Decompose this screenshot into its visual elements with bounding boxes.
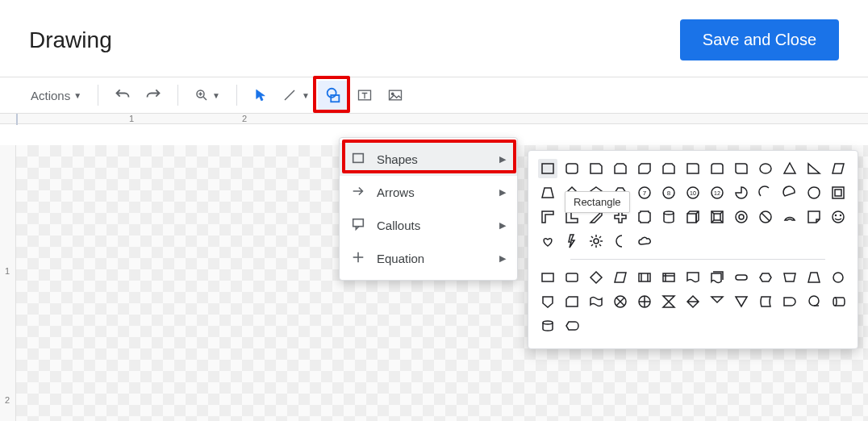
shape-bevel[interactable] <box>707 207 727 227</box>
shape-triangle[interactable] <box>780 159 799 178</box>
shape-flowchart-extract[interactable] <box>707 292 727 311</box>
shape-flowchart-magnetic-disk[interactable] <box>828 292 848 311</box>
redo-button[interactable] <box>139 81 168 110</box>
shape-teardrop[interactable] <box>804 183 824 202</box>
shape-right-triangle[interactable] <box>804 159 824 178</box>
menu-item-callouts[interactable]: Callouts ▶ <box>340 209 517 242</box>
shape-snip-same-side[interactable] <box>611 159 630 178</box>
save-and-close-button[interactable]: Save and Close <box>680 19 839 60</box>
shape-flowchart-collate[interactable] <box>659 292 678 311</box>
shape-rectangle[interactable] <box>538 159 557 178</box>
shape-tool-button[interactable] <box>318 81 348 110</box>
shape-flowchart-sequential[interactable] <box>804 292 824 311</box>
shape-flowchart-manual-input[interactable] <box>780 268 799 287</box>
svg-text:8: 8 <box>667 190 671 197</box>
shape-flowchart-manual-op[interactable] <box>804 268 824 287</box>
shape-flowchart-offpage[interactable] <box>538 292 557 311</box>
shape-flowchart-card[interactable] <box>562 292 582 311</box>
submenu-arrow-icon: ▶ <box>499 154 506 165</box>
shape-parallelogram[interactable] <box>828 159 848 178</box>
svg-rect-53 <box>639 273 650 281</box>
shape-rounded-rectangle[interactable] <box>562 159 582 178</box>
shape-flowchart-internal-storage[interactable] <box>659 268 678 287</box>
svg-rect-51 <box>542 273 553 281</box>
shape-flowchart-connector[interactable] <box>828 268 848 287</box>
select-tool-button[interactable] <box>247 81 274 110</box>
shape-flowchart-predefined[interactable] <box>635 268 654 287</box>
ruler-horizontal: 1 2 <box>0 113 868 124</box>
shape-flowchart-summing[interactable] <box>611 292 630 311</box>
shape-cube[interactable] <box>683 207 703 227</box>
shape-heptagon[interactable]: 7 <box>635 183 654 202</box>
shape-block-arc[interactable] <box>780 207 799 227</box>
shape-oval[interactable] <box>756 159 775 178</box>
shape-folded-corner[interactable] <box>804 207 824 227</box>
shape-dodecagon[interactable]: 12 <box>707 183 727 202</box>
svg-rect-14 <box>542 164 553 173</box>
shape-moon[interactable] <box>611 231 630 251</box>
shape-round-single-corner[interactable] <box>683 159 703 178</box>
shape-flowchart-display[interactable] <box>562 316 582 336</box>
shape-flowchart-preparation[interactable] <box>756 268 775 287</box>
svg-rect-10 <box>353 154 364 163</box>
shape-can[interactable] <box>659 207 678 227</box>
shape-decagon[interactable]: 10 <box>683 183 703 202</box>
shape-cloud[interactable] <box>635 231 654 251</box>
shape-flowchart-terminator[interactable] <box>732 268 751 287</box>
shape-flowchart-tape[interactable] <box>586 292 606 311</box>
svg-line-50 <box>599 236 601 238</box>
shape-flowchart-decision[interactable] <box>586 268 606 287</box>
textbox-tool-button[interactable] <box>350 81 379 110</box>
shape-half-frame[interactable] <box>538 207 557 227</box>
toolbar-separator <box>98 85 98 106</box>
shape-lightning-bolt[interactable] <box>562 231 582 251</box>
svg-text:7: 7 <box>643 190 647 197</box>
shape-sun[interactable] <box>586 231 606 251</box>
shape-no-symbol[interactable] <box>756 207 775 227</box>
shape-flowchart-process[interactable] <box>538 268 557 287</box>
actions-menu-button[interactable]: Actions ▼ <box>24 81 88 110</box>
menu-item-shapes[interactable]: Shapes ▶ <box>340 143 517 176</box>
shape-snip-round-single[interactable] <box>659 159 678 178</box>
shape-octagon[interactable]: 8 <box>659 183 678 202</box>
shape-flowchart-delay[interactable] <box>780 292 799 311</box>
shape-snip-diagonal[interactable] <box>635 159 654 178</box>
shape-trapezoid[interactable] <box>538 183 557 202</box>
shape-snip-single-corner[interactable] <box>586 159 606 178</box>
svg-rect-59 <box>736 275 747 280</box>
line-tool-button[interactable]: ▼ <box>276 81 316 110</box>
rectangle-icon <box>351 151 365 168</box>
shape-donut[interactable] <box>732 207 751 227</box>
menu-item-arrows[interactable]: Arrows ▶ <box>340 176 517 209</box>
shape-flowchart-alternate[interactable] <box>562 268 582 287</box>
callout-icon <box>351 217 365 234</box>
shape-smiley[interactable] <box>828 207 848 227</box>
shape-frame[interactable] <box>828 183 848 202</box>
shape-flowchart-data[interactable] <box>611 268 630 287</box>
shape-flowchart-or[interactable] <box>635 292 654 311</box>
svg-point-39 <box>833 211 844 223</box>
undo-button[interactable] <box>108 81 137 110</box>
svg-point-67 <box>809 296 819 306</box>
shape-flowchart-sort[interactable] <box>683 292 703 311</box>
svg-point-27 <box>664 211 674 215</box>
svg-point-35 <box>736 211 747 223</box>
shape-heart[interactable] <box>538 231 557 251</box>
shape-arc[interactable] <box>756 183 775 202</box>
image-tool-button[interactable] <box>381 81 410 110</box>
shape-flowchart-merge[interactable] <box>732 292 751 311</box>
shape-chord[interactable] <box>780 183 799 202</box>
shape-flowchart-stored-data[interactable] <box>756 292 775 311</box>
shape-round-diagonal[interactable] <box>732 159 751 178</box>
toolbar-separator <box>236 85 237 106</box>
shape-flowchart-direct-access[interactable] <box>538 316 557 336</box>
shape-flowchart-multidoc[interactable] <box>707 268 727 287</box>
shape-pie[interactable] <box>732 183 751 202</box>
shape-round-same-side[interactable] <box>707 159 727 178</box>
ruler-tick: 1 <box>5 266 10 276</box>
zoom-button[interactable]: ▼ <box>188 81 227 110</box>
shape-plaque[interactable] <box>635 207 654 227</box>
shape-flowchart-document[interactable] <box>683 268 703 287</box>
menu-item-equation[interactable]: Equation ▶ <box>340 242 517 275</box>
svg-rect-26 <box>835 190 841 196</box>
